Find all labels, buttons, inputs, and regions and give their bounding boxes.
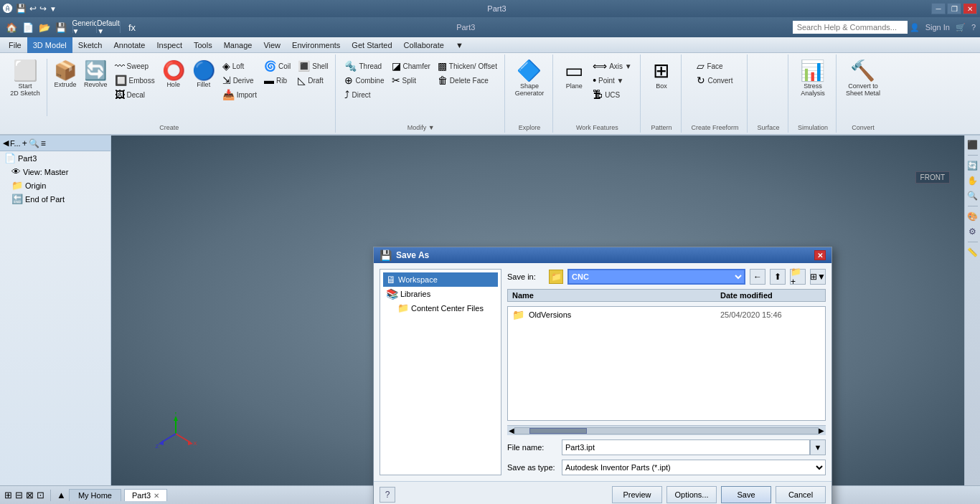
nav-up-button[interactable]: ⬆ (770, 269, 786, 285)
menu-environments[interactable]: Environments (286, 37, 346, 53)
decal-button[interactable]: 🖼 Decal (112, 87, 158, 102)
layout-icon-1[interactable]: ⊞ (4, 490, 12, 500)
nav-new-folder-button[interactable]: 📁+ (790, 269, 806, 285)
filename-input[interactable] (562, 439, 810, 455)
shell-button[interactable]: 🔳 Shell (295, 59, 331, 73)
emboss-button[interactable]: 🔲 Emboss (112, 73, 158, 87)
coil-button[interactable]: 🌀 Coil (261, 59, 293, 73)
save-icon[interactable]: 💾 (54, 20, 68, 34)
combine-button[interactable]: ⊕ Combine (341, 73, 387, 87)
convert-freeform-button[interactable]: ↻ Convert (694, 73, 735, 87)
rt-orbit[interactable]: 🔄 (966, 159, 979, 172)
scroll-right-btn[interactable]: ▶ (819, 427, 824, 434)
thicken-button[interactable]: ▩ Thicken/ Offset (435, 59, 500, 73)
redo-icon[interactable]: ↪ (39, 4, 47, 14)
direct-button[interactable]: ⤴ Direct (341, 87, 387, 102)
sweep-button[interactable]: 〰 Sweep (112, 59, 158, 73)
derive-button[interactable]: ⇲ Derive (220, 73, 260, 87)
layout-icon-3[interactable]: ⊠ (26, 490, 34, 500)
tree-workspace[interactable]: 🖥 Workspace (383, 272, 498, 287)
layout-icon-4[interactable]: ⊡ (37, 490, 44, 500)
dialog-close-button[interactable]: ✕ (814, 250, 826, 260)
loft-button[interactable]: ◈ Loft (220, 59, 260, 73)
file-row-oldversions[interactable]: 📁 OldVersions 25/04/2020 15:46 (508, 307, 825, 323)
point-button[interactable]: • Point ▼ (590, 73, 635, 87)
delete-face-button[interactable]: 🗑 Delete Face (435, 73, 500, 87)
tab-part3-close[interactable]: ✕ (154, 492, 159, 500)
horizontal-scrollbar[interactable]: ◀ ▶ (507, 425, 826, 435)
default-dropdown[interactable]: Default ▼ (101, 20, 116, 34)
ucs-button[interactable]: 🗜 UCS (590, 87, 635, 102)
thread-button[interactable]: 🔩 Thread (341, 59, 387, 73)
rt-settings[interactable]: ⚙ (966, 225, 979, 238)
stress-analysis-button[interactable]: 📊 StressAnalysis (797, 59, 828, 99)
filetype-select[interactable]: Autodesk Inventor Parts (*.ipt) (562, 460, 826, 475)
panel-search-icon[interactable]: 🔍 (29, 138, 39, 148)
menu-sketch[interactable]: Sketch (72, 37, 108, 53)
fillet-button[interactable]: 🔵 Fillet (189, 59, 218, 90)
nav-back-button[interactable]: ← (750, 269, 765, 285)
axis-button[interactable]: ⟺ Axis ▼ (590, 59, 635, 73)
scroll-left-btn[interactable]: ◀ (509, 427, 514, 434)
menu-more[interactable]: ▼ (450, 37, 469, 53)
quick-save-icon[interactable]: 💾 (16, 4, 27, 14)
menu-get-started[interactable]: Get Started (346, 37, 397, 53)
options-button[interactable]: Options... (666, 486, 717, 503)
tree-item-origin[interactable]: 📁 Origin (0, 179, 110, 192)
fx-icon[interactable]: fx (125, 20, 139, 34)
hole-button[interactable]: ⭕ Hole (159, 59, 188, 90)
save-button[interactable]: Save (721, 486, 771, 503)
draft-button[interactable]: ◺ Draft (295, 73, 331, 87)
tree-item-part3[interactable]: 📄 Part3 (0, 151, 110, 165)
save-in-select[interactable]: CNC (567, 269, 745, 285)
home-icon[interactable]: 🏠 (4, 20, 19, 34)
rib-button[interactable]: ▬ Rib (261, 73, 293, 87)
shopping-icon[interactable]: 🛒 (956, 23, 966, 32)
tab-my-home[interactable]: My Home (69, 489, 121, 501)
rt-zoom[interactable]: 🔍 (966, 189, 979, 202)
extrude-button[interactable]: 📦 Extrude (51, 59, 80, 90)
menu-manage[interactable]: Manage (218, 37, 258, 53)
tree-item-view-master[interactable]: 👁 View: Master (0, 165, 110, 179)
box-pattern-button[interactable]: ⊞ Box (647, 59, 676, 92)
close-button[interactable]: ✕ (963, 3, 977, 14)
rt-measure[interactable]: 📏 (966, 246, 979, 259)
face-button[interactable]: ▱ Face (694, 59, 735, 73)
split-button[interactable]: ✂ Split (389, 73, 433, 87)
plane-button[interactable]: ▭ Plane (560, 59, 588, 92)
panel-add-icon[interactable]: + (22, 138, 27, 148)
help-icon[interactable]: ? (971, 23, 976, 32)
nav-view-button[interactable]: ⊞▼ (810, 269, 826, 285)
minimize-button[interactable]: ─ (931, 3, 946, 14)
preview-button[interactable]: Preview (612, 486, 662, 503)
start-2d-sketch-button[interactable]: ⬜ Start2D Sketch (7, 59, 43, 99)
rt-pan[interactable]: ✋ (966, 174, 979, 187)
tab-part3[interactable]: Part3 ✕ (124, 489, 167, 501)
menu-inspect[interactable]: Inspect (151, 37, 188, 53)
panel-collapse-icon[interactable]: ◀ (3, 138, 9, 148)
revolve-button[interactable]: 🔄 Revolve (81, 59, 110, 90)
help-button[interactable]: ? (380, 487, 395, 503)
tree-libraries[interactable]: 📚 Libraries (383, 287, 498, 301)
generic-dropdown[interactable]: Generic ▼ (77, 20, 92, 34)
panel-menu-icon[interactable]: ≡ (41, 138, 46, 148)
filename-dropdown-button[interactable]: ▼ (810, 439, 826, 455)
expand-icon[interactable]: ▲ (57, 490, 66, 500)
menu-view[interactable]: View (258, 37, 286, 53)
chamfer-button[interactable]: ◪ Chamfer (389, 59, 433, 73)
new-icon[interactable]: 📄 (21, 20, 35, 34)
shape-generator-button[interactable]: 🔷 ShapeGenerator (512, 59, 547, 99)
open-icon[interactable]: 📂 (37, 20, 52, 34)
menu-tools[interactable]: Tools (188, 37, 218, 53)
tree-item-end-of-part[interactable]: 🔚 End of Part (0, 192, 110, 206)
undo-icon[interactable]: ↩ (29, 4, 37, 14)
scroll-thumb[interactable] (529, 428, 587, 434)
menu-annotate[interactable]: Annotate (108, 37, 151, 53)
cancel-button[interactable]: Cancel (776, 486, 826, 503)
restore-button[interactable]: ❒ (947, 3, 961, 14)
rt-nav-cube[interactable]: ⬛ (966, 138, 979, 151)
search-input[interactable] (793, 21, 908, 34)
user-icon[interactable]: 👤 (910, 23, 920, 32)
menu-file[interactable]: File (3, 37, 27, 53)
convert-sheet-metal-button[interactable]: 🔨 Convert toSheet Metal (843, 59, 882, 99)
